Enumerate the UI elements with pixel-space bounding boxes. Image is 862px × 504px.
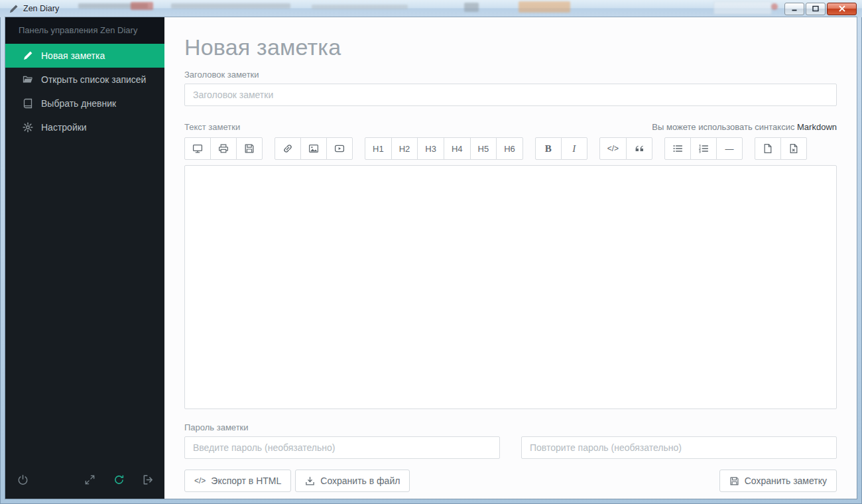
sidebar-refresh-button[interactable] — [113, 474, 125, 485]
titlebar-artifact — [464, 3, 479, 12]
toolbar-quote-button[interactable] — [626, 137, 652, 160]
password-repeat-input[interactable] — [521, 436, 837, 459]
titlebar-artifact — [312, 5, 408, 9]
toolbar-h2-button[interactable]: H2 — [391, 137, 418, 160]
main-content: Новая заметка Заголовок заметки Текст за… — [164, 17, 857, 499]
folder-open-icon — [23, 74, 33, 85]
window-title: Zen Diary — [23, 4, 59, 13]
save-to-file-label: Сохранить в файл — [320, 475, 400, 486]
app-pencil-icon — [9, 4, 19, 14]
sign-out-icon — [143, 474, 154, 485]
note-text-area[interactable] — [184, 165, 837, 409]
gear-icon — [23, 122, 33, 133]
note-title-input[interactable] — [184, 84, 837, 106]
app-window: Zen Diary Панель управления Zen Diary Но… — [0, 0, 862, 504]
sidebar-footer — [5, 466, 164, 499]
sidebar-item-new-note[interactable]: Новая заметка — [5, 44, 164, 68]
markdown-hint: Вы можете использовать синтаксис Markdow… — [652, 122, 837, 132]
expand-icon — [84, 474, 95, 485]
markdown-hint-text: Вы можете использовать синтаксис — [652, 122, 794, 132]
toolbar-h6-button[interactable]: H6 — [496, 137, 523, 160]
note-text-label: Текст заметки — [184, 122, 240, 132]
sidebar-exit-button[interactable] — [143, 474, 154, 485]
toolbar-bold-button[interactable]: B — [535, 137, 562, 160]
actions-row: </> Экспорт в HTML Сохранить в файл Сохр… — [184, 470, 837, 492]
book-icon — [23, 98, 33, 109]
save-note-label: Сохранить заметку — [745, 475, 827, 486]
floppy-icon — [244, 143, 255, 154]
sidebar-menu: Новая заметкаОткрыть список записейВыбра… — [5, 44, 164, 139]
toolbar-h4-button[interactable]: H4 — [444, 137, 471, 160]
sidebar-item-settings[interactable]: Настройки — [5, 115, 164, 139]
toolbar-group-view — [184, 137, 263, 160]
youtube-icon — [334, 143, 345, 154]
window-titlebar[interactable]: Zen Diary — [0, 0, 862, 17]
toolbar-group-blocks: </> — [599, 137, 652, 160]
power-icon — [17, 474, 29, 485]
close-button[interactable] — [827, 3, 857, 15]
image-icon — [308, 143, 319, 154]
file-delete-icon — [788, 143, 799, 154]
sidebar-item-label: Настройки — [41, 122, 87, 133]
note-title-label: Заголовок заметки — [184, 70, 837, 80]
list-ol-icon — [698, 143, 709, 154]
page-title: Новая заметка — [184, 34, 837, 60]
toolbar-h3-button[interactable]: H3 — [417, 137, 444, 160]
sidebar-item-open-notes-list[interactable]: Открыть список записей — [5, 68, 164, 92]
printer-icon — [218, 143, 229, 154]
toolbar-link-button[interactable] — [275, 137, 301, 160]
toolbar-h5-button[interactable]: H5 — [470, 137, 497, 160]
toolbar-bullet-list-button[interactable] — [664, 137, 691, 160]
titlebar-artifact — [131, 2, 153, 10]
toolbar-italic-button[interactable]: I — [561, 137, 587, 160]
editor-toolbar: H1H2H3H4H5H6BI</>— — [184, 137, 837, 160]
window-client-area: Панель управления Zen Diary Новая заметк… — [5, 17, 857, 499]
titlebar-artifact — [519, 1, 570, 13]
markdown-label: Markdown — [797, 122, 837, 132]
code-icon: </> — [194, 476, 206, 486]
refresh-icon — [113, 474, 125, 485]
toolbar-group-headings: H1H2H3H4H5H6 — [365, 137, 523, 160]
sidebar: Панель управления Zen Diary Новая заметк… — [5, 17, 164, 499]
export-html-label: Экспорт в HTML — [211, 475, 281, 486]
toolbar-image-button[interactable] — [300, 137, 327, 160]
sidebar-item-choose-diary[interactable]: Выбрать дневник — [5, 92, 164, 115]
toolbar-preview-button[interactable] — [184, 137, 211, 160]
sidebar-header: Панель управления Zen Diary — [5, 17, 164, 44]
minimize-button[interactable] — [784, 3, 804, 15]
pencil-icon — [23, 50, 33, 61]
window-controls — [784, 3, 857, 15]
titlebar-artifact — [771, 3, 778, 10]
save-to-file-button[interactable]: Сохранить в файл — [295, 470, 410, 492]
password-row — [184, 436, 837, 459]
export-html-button[interactable]: </> Экспорт в HTML — [184, 470, 291, 492]
list-ul-icon — [672, 143, 683, 154]
toolbar-numbered-list-button[interactable] — [690, 137, 717, 160]
sidebar-item-label: Открыть список записей — [41, 74, 146, 85]
toolbar-h1-button[interactable]: H1 — [365, 137, 392, 160]
maximize-button[interactable] — [806, 3, 826, 15]
toolbar-group-style: BI — [535, 137, 587, 160]
toolbar-group-lists: — — [664, 137, 743, 160]
titlebar-artifact — [171, 3, 290, 9]
sidebar-power-button[interactable] — [17, 474, 29, 485]
link-icon — [282, 143, 293, 154]
toolbar-horizontal-rule-button[interactable]: — — [716, 137, 743, 160]
toolbar-save-button[interactable] — [236, 137, 263, 160]
toolbar-print-button[interactable] — [210, 137, 237, 160]
save-note-button[interactable]: Сохранить заметку — [719, 470, 837, 492]
toolbar-clear-note-button[interactable] — [780, 137, 807, 160]
sidebar-fullscreen-button[interactable] — [84, 474, 95, 485]
note-text-header: Текст заметки Вы можете использовать син… — [184, 122, 837, 132]
toolbar-group-file — [755, 137, 807, 160]
note-password-label: Пароль заметки — [184, 422, 837, 432]
toolbar-new-note-button[interactable] — [755, 137, 781, 160]
floppy-icon — [729, 476, 739, 486]
titlebar-artifact — [713, 1, 772, 15]
toolbar-youtube-button[interactable] — [326, 137, 353, 160]
password-input[interactable] — [184, 436, 500, 459]
download-icon — [305, 476, 315, 486]
sidebar-item-label: Новая заметка — [41, 50, 105, 61]
monitor-icon — [192, 143, 203, 154]
toolbar-code-button[interactable]: </> — [599, 137, 627, 160]
